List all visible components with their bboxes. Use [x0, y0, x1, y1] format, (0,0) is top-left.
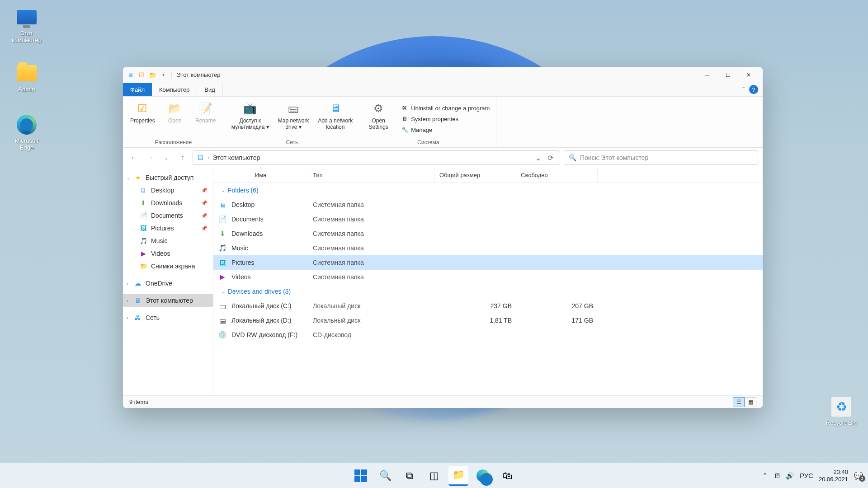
- desktop-icon: 🖥: [139, 186, 147, 194]
- item-name: Music: [231, 244, 248, 252]
- tab-file[interactable]: Файл: [123, 83, 152, 96]
- breadcrumb[interactable]: Этот компьютер: [213, 154, 260, 161]
- taskbar-edge-button[interactable]: [473, 466, 493, 486]
- minimize-button[interactable]: ─: [697, 68, 717, 82]
- folder-row[interactable]: 🎵Music Системная папка: [213, 241, 763, 255]
- sidebar-item-music[interactable]: 🎵Music: [123, 235, 213, 247]
- nav-back-button[interactable]: ←: [127, 151, 140, 164]
- group-folders[interactable]: ⌄Folders (6): [213, 183, 763, 197]
- folder-row[interactable]: ⬇Downloads Системная папка: [213, 226, 763, 241]
- item-type: Системная папка: [308, 230, 435, 237]
- cloud-icon: ☁: [134, 279, 142, 287]
- search-input[interactable]: 🔍 Поиск: Этот компьютер: [564, 150, 758, 165]
- widgets-button[interactable]: ◫: [424, 466, 444, 486]
- chevron-down-icon: ⌄: [222, 188, 225, 193]
- nav-recent-dropdown[interactable]: ⌄: [160, 151, 173, 164]
- tray-volume-icon[interactable]: 🔊: [786, 472, 794, 480]
- column-size[interactable]: Общий размер: [435, 168, 516, 183]
- sidebar-item-pictures[interactable]: 🖼Pictures📌: [123, 222, 213, 235]
- folder-row[interactable]: 📄Documents Системная папка: [213, 212, 763, 226]
- taskbar-clock[interactable]: 23:40 20.06.2021: [819, 469, 848, 483]
- rename-icon: 📝: [198, 101, 213, 116]
- taskbar-explorer-button[interactable]: 📁: [448, 466, 468, 486]
- refresh-button[interactable]: ⟳: [545, 154, 556, 162]
- tray-network-icon[interactable]: 🖥: [774, 472, 780, 479]
- chevron-right-icon[interactable]: ›: [127, 281, 128, 286]
- sidebar-this-pc[interactable]: ›🖥Этот компьютер: [123, 294, 213, 307]
- monitor-icon: [17, 10, 37, 24]
- ribbon-rename-button[interactable]: 📝 Rename: [192, 99, 219, 138]
- address-bar[interactable]: 🖥 › Этот компьютер ⌄ ⟳: [193, 150, 560, 165]
- chevron-right-icon[interactable]: ›: [127, 315, 128, 320]
- tab-computer[interactable]: Компьютер: [152, 83, 197, 96]
- taskbar-store-button[interactable]: 🛍: [497, 466, 517, 486]
- document-icon: 📄: [139, 211, 147, 220]
- ribbon-open-button[interactable]: 📂 Open: [161, 99, 189, 138]
- ribbon-media-button[interactable]: 📺 Доступ к мультимедиа ▾: [229, 99, 272, 138]
- search-placeholder: Поиск: Этот компьютер: [580, 154, 648, 161]
- ribbon-manage-link[interactable]: 🔧Manage: [399, 125, 491, 134]
- sidebar-network[interactable]: ›🖧Сеть: [123, 311, 213, 324]
- sidebar-onedrive[interactable]: ›☁OneDrive: [123, 277, 213, 290]
- task-view-button[interactable]: ⧉: [400, 466, 420, 486]
- notification-badge: 3: [859, 475, 865, 482]
- nav-up-button[interactable]: ↑: [176, 151, 189, 164]
- folder-icon: 📁: [139, 262, 147, 270]
- search-button[interactable]: 🔍: [375, 466, 395, 486]
- qat-properties-icon[interactable]: ☑: [137, 71, 146, 79]
- sidebar-item-documents[interactable]: 📄Documents📌: [123, 209, 213, 222]
- video-icon: ▶: [139, 249, 147, 258]
- chevron-down-icon[interactable]: ⌄: [127, 175, 130, 180]
- tray-language[interactable]: РУС: [800, 472, 813, 479]
- ribbon: ☑ Properties 📂 Open 📝 Rename Расположени…: [123, 97, 763, 148]
- close-button[interactable]: ✕: [738, 68, 759, 82]
- titlebar[interactable]: 🖥 ☑ 📁 ▾ | Этот компьютер ─ ☐ ✕: [123, 67, 763, 83]
- ribbon-add-location-button[interactable]: 🖥 Add a network location: [315, 99, 355, 138]
- drive-row[interactable]: 🖴Локальный диск (D:) Локальный диск 1,81…: [213, 313, 763, 328]
- drive-row[interactable]: 🖴Локальный диск (C:) Локальный диск 237 …: [213, 299, 763, 313]
- item-size: 237 GB: [435, 302, 516, 310]
- ribbon-system-properties-link[interactable]: 🖥System properties: [399, 114, 491, 123]
- drive-row[interactable]: 💿DVD RW дисковод (F:) CD-дисковод: [213, 328, 763, 342]
- sidebar-item-desktop[interactable]: 🖥Desktop📌: [123, 184, 213, 197]
- ribbon-map-drive-button[interactable]: 🖴 Map network drive ▾: [275, 99, 312, 138]
- sidebar-item-videos[interactable]: ▶Videos: [123, 247, 213, 260]
- desktop-icon-recycle-bin[interactable]: ♻ Recycle Bin: [821, 396, 862, 426]
- column-type[interactable]: Тип: [308, 168, 435, 183]
- chevron-right-icon[interactable]: ›: [127, 298, 128, 303]
- sidebar-quick-access[interactable]: ⌄★Быстрый доступ: [123, 171, 213, 184]
- item-free: 207 GB: [516, 302, 598, 310]
- ribbon-uninstall-link[interactable]: 🛠Uninstall or change a program: [399, 103, 491, 113]
- desktop-icon-admin[interactable]: Admin: [6, 62, 47, 93]
- view-details-button[interactable]: ☰: [733, 397, 745, 407]
- folder-row[interactable]: 🖼Pictures Системная папка: [213, 255, 763, 270]
- folder-row[interactable]: ▶Videos Системная папка: [213, 270, 763, 284]
- item-name: Локальный диск (D:): [231, 317, 292, 324]
- desktop-icon-edge[interactable]: Microsoft Edge: [6, 114, 47, 151]
- tray-chevron-icon[interactable]: ⌃: [762, 472, 768, 480]
- start-button[interactable]: [351, 466, 371, 486]
- ribbon-open-settings-button[interactable]: ⚙ Open Settings: [365, 99, 392, 138]
- desktop-icon-this-pc[interactable]: Этот компьютер: [6, 6, 47, 43]
- column-free[interactable]: Свободно: [516, 168, 598, 183]
- view-tiles-button[interactable]: ▦: [745, 397, 756, 407]
- item-type: Системная папка: [308, 201, 435, 208]
- maximize-button[interactable]: ☐: [717, 68, 738, 82]
- ribbon-properties-button[interactable]: ☑ Properties: [127, 99, 158, 138]
- nav-forward-button[interactable]: →: [144, 151, 156, 164]
- pin-icon: 📌: [201, 213, 208, 219]
- folder-row[interactable]: 🖥Desktop Системная папка: [213, 197, 763, 212]
- tab-view[interactable]: Вид: [197, 83, 223, 96]
- item-type: Локальный диск: [308, 317, 435, 324]
- address-dropdown-icon[interactable]: ⌄: [535, 154, 541, 162]
- recycle-bin-icon: ♻: [831, 397, 851, 417]
- sidebar-item-downloads[interactable]: ⬇Downloads📌: [123, 197, 213, 209]
- notification-button[interactable]: 💬3: [854, 471, 863, 481]
- help-button[interactable]: ?: [749, 85, 758, 94]
- qat-folder-icon[interactable]: 📁: [148, 71, 156, 79]
- sidebar-item-screenshots[interactable]: 📁Снимки экрана: [123, 260, 213, 272]
- qat-dropdown-icon[interactable]: ▾: [159, 71, 167, 79]
- collapse-ribbon-icon[interactable]: ⌃: [741, 86, 745, 92]
- column-name[interactable]: ⌃Имя: [213, 168, 308, 183]
- group-drives[interactable]: ⌄Devices and drives (3): [213, 284, 763, 299]
